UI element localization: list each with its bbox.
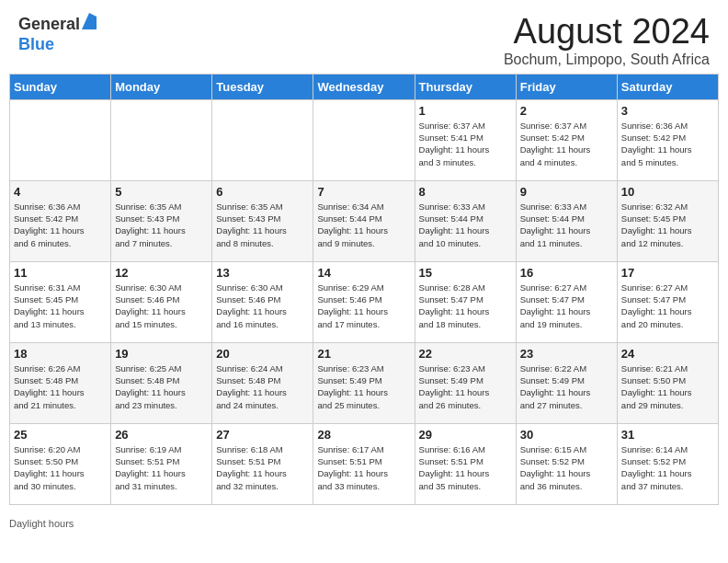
day-cell: 13Sunrise: 6:30 AM Sunset: 5:46 PM Dayli… xyxy=(212,261,313,342)
day-cell: 7Sunrise: 6:34 AM Sunset: 5:44 PM Daylig… xyxy=(313,180,415,261)
day-number: 8 xyxy=(419,185,512,199)
day-info: Sunrise: 6:20 AM Sunset: 5:50 PM Dayligh… xyxy=(14,443,107,492)
week-row-3: 11Sunrise: 6:31 AM Sunset: 5:45 PM Dayli… xyxy=(10,261,719,342)
calendar-header: SundayMondayTuesdayWednesdayThursdayFrid… xyxy=(10,74,719,99)
day-cell: 27Sunrise: 6:18 AM Sunset: 5:51 PM Dayli… xyxy=(212,423,313,504)
day-cell: 29Sunrise: 6:16 AM Sunset: 5:51 PM Dayli… xyxy=(415,423,516,504)
day-info: Sunrise: 6:36 AM Sunset: 5:42 PM Dayligh… xyxy=(14,201,107,249)
day-number: 26 xyxy=(115,428,208,442)
day-info: Sunrise: 6:14 AM Sunset: 5:52 PM Dayligh… xyxy=(621,443,714,492)
day-number: 7 xyxy=(317,185,410,199)
day-info: Sunrise: 6:15 AM Sunset: 5:52 PM Dayligh… xyxy=(520,443,613,492)
header-cell-wednesday: Wednesday xyxy=(313,74,415,99)
day-cell: 4Sunrise: 6:36 AM Sunset: 5:42 PM Daylig… xyxy=(10,180,111,261)
day-info: Sunrise: 6:18 AM Sunset: 5:51 PM Dayligh… xyxy=(216,443,309,492)
day-cell: 9Sunrise: 6:33 AM Sunset: 5:44 PM Daylig… xyxy=(516,180,617,261)
day-number: 9 xyxy=(520,185,613,199)
day-cell: 24Sunrise: 6:21 AM Sunset: 5:50 PM Dayli… xyxy=(617,342,718,423)
day-number: 5 xyxy=(115,185,208,199)
week-row-4: 18Sunrise: 6:26 AM Sunset: 5:48 PM Dayli… xyxy=(10,342,719,423)
day-info: Sunrise: 6:31 AM Sunset: 5:45 PM Dayligh… xyxy=(14,282,107,330)
header-row: SundayMondayTuesdayWednesdayThursdayFrid… xyxy=(10,74,719,99)
day-info: Sunrise: 6:23 AM Sunset: 5:49 PM Dayligh… xyxy=(317,362,410,411)
day-cell: 8Sunrise: 6:33 AM Sunset: 5:44 PM Daylig… xyxy=(415,180,516,261)
header-cell-monday: Monday xyxy=(111,74,212,99)
day-info: Sunrise: 6:21 AM Sunset: 5:50 PM Dayligh… xyxy=(621,362,714,411)
day-cell: 23Sunrise: 6:22 AM Sunset: 5:49 PM Dayli… xyxy=(516,342,617,423)
day-cell: 22Sunrise: 6:23 AM Sunset: 5:49 PM Dayli… xyxy=(415,342,516,423)
day-number: 27 xyxy=(216,428,309,442)
logo-general-text: General xyxy=(18,15,80,34)
header-cell-thursday: Thursday xyxy=(415,74,516,99)
header-cell-saturday: Saturday xyxy=(617,74,718,99)
calendar-location: Bochum, Limpopo, South Africa xyxy=(504,52,710,68)
day-cell: 21Sunrise: 6:23 AM Sunset: 5:49 PM Dayli… xyxy=(313,342,415,423)
day-number: 12 xyxy=(115,266,208,280)
day-number: 17 xyxy=(621,266,714,280)
day-cell: 26Sunrise: 6:19 AM Sunset: 5:51 PM Dayli… xyxy=(111,423,212,504)
footer: Daylight hours xyxy=(0,514,728,534)
day-number: 13 xyxy=(216,266,309,280)
day-number: 3 xyxy=(621,104,714,118)
day-info: Sunrise: 6:30 AM Sunset: 5:46 PM Dayligh… xyxy=(216,282,309,330)
day-info: Sunrise: 6:25 AM Sunset: 5:48 PM Dayligh… xyxy=(115,362,208,411)
day-number: 10 xyxy=(621,185,714,199)
page-header: General Blue August 2024 Bochum, Limpopo… xyxy=(0,0,728,74)
day-cell xyxy=(212,99,313,180)
day-info: Sunrise: 6:28 AM Sunset: 5:47 PM Dayligh… xyxy=(419,282,512,330)
day-cell: 17Sunrise: 6:27 AM Sunset: 5:47 PM Dayli… xyxy=(617,261,718,342)
day-number: 24 xyxy=(621,347,714,361)
day-info: Sunrise: 6:19 AM Sunset: 5:51 PM Dayligh… xyxy=(115,443,208,492)
day-cell: 1Sunrise: 6:37 AM Sunset: 5:41 PM Daylig… xyxy=(415,99,516,180)
day-info: Sunrise: 6:36 AM Sunset: 5:42 PM Dayligh… xyxy=(621,120,714,168)
day-cell xyxy=(313,99,415,180)
day-cell: 31Sunrise: 6:14 AM Sunset: 5:52 PM Dayli… xyxy=(617,423,718,504)
day-number: 11 xyxy=(14,266,107,280)
day-cell: 10Sunrise: 6:32 AM Sunset: 5:45 PM Dayli… xyxy=(617,180,718,261)
day-number: 29 xyxy=(419,428,512,442)
day-cell: 28Sunrise: 6:17 AM Sunset: 5:51 PM Dayli… xyxy=(313,423,415,504)
title-block: August 2024 Bochum, Limpopo, South Afric… xyxy=(504,13,710,68)
header-cell-friday: Friday xyxy=(516,74,617,99)
day-number: 6 xyxy=(216,185,309,199)
day-info: Sunrise: 6:33 AM Sunset: 5:44 PM Dayligh… xyxy=(419,201,512,249)
day-number: 4 xyxy=(14,185,107,199)
calendar-wrapper: SundayMondayTuesdayWednesdayThursdayFrid… xyxy=(0,74,728,514)
day-cell xyxy=(10,99,111,180)
day-info: Sunrise: 6:17 AM Sunset: 5:51 PM Dayligh… xyxy=(317,443,410,492)
day-cell: 2Sunrise: 6:37 AM Sunset: 5:42 PM Daylig… xyxy=(516,99,617,180)
day-cell: 25Sunrise: 6:20 AM Sunset: 5:50 PM Dayli… xyxy=(10,423,111,504)
day-cell: 3Sunrise: 6:36 AM Sunset: 5:42 PM Daylig… xyxy=(617,99,718,180)
day-number: 31 xyxy=(621,428,714,442)
logo-arrow-icon xyxy=(82,13,97,33)
day-info: Sunrise: 6:33 AM Sunset: 5:44 PM Dayligh… xyxy=(520,201,613,249)
logo-blue-text: Blue xyxy=(18,35,54,54)
day-info: Sunrise: 6:29 AM Sunset: 5:46 PM Dayligh… xyxy=(317,282,410,330)
day-number: 20 xyxy=(216,347,309,361)
day-cell: 5Sunrise: 6:35 AM Sunset: 5:43 PM Daylig… xyxy=(111,180,212,261)
calendar-body: 1Sunrise: 6:37 AM Sunset: 5:41 PM Daylig… xyxy=(10,99,719,504)
svg-marker-0 xyxy=(82,13,97,29)
day-number: 22 xyxy=(419,347,512,361)
day-info: Sunrise: 6:32 AM Sunset: 5:45 PM Dayligh… xyxy=(621,201,714,249)
day-info: Sunrise: 6:35 AM Sunset: 5:43 PM Dayligh… xyxy=(216,201,309,249)
day-info: Sunrise: 6:37 AM Sunset: 5:41 PM Dayligh… xyxy=(419,120,512,168)
day-cell: 6Sunrise: 6:35 AM Sunset: 5:43 PM Daylig… xyxy=(212,180,313,261)
week-row-5: 25Sunrise: 6:20 AM Sunset: 5:50 PM Dayli… xyxy=(10,423,719,504)
daylight-label: Daylight hours xyxy=(9,518,74,529)
day-info: Sunrise: 6:24 AM Sunset: 5:48 PM Dayligh… xyxy=(216,362,309,411)
calendar-title: August 2024 xyxy=(504,13,710,52)
week-row-2: 4Sunrise: 6:36 AM Sunset: 5:42 PM Daylig… xyxy=(10,180,719,261)
day-cell: 14Sunrise: 6:29 AM Sunset: 5:46 PM Dayli… xyxy=(313,261,415,342)
day-info: Sunrise: 6:35 AM Sunset: 5:43 PM Dayligh… xyxy=(115,201,208,249)
day-info: Sunrise: 6:16 AM Sunset: 5:51 PM Dayligh… xyxy=(419,443,512,492)
day-cell: 19Sunrise: 6:25 AM Sunset: 5:48 PM Dayli… xyxy=(111,342,212,423)
day-number: 25 xyxy=(14,428,107,442)
day-info: Sunrise: 6:26 AM Sunset: 5:48 PM Dayligh… xyxy=(14,362,107,411)
day-cell: 12Sunrise: 6:30 AM Sunset: 5:46 PM Dayli… xyxy=(111,261,212,342)
day-info: Sunrise: 6:27 AM Sunset: 5:47 PM Dayligh… xyxy=(621,282,714,330)
day-number: 14 xyxy=(317,266,410,280)
day-info: Sunrise: 6:34 AM Sunset: 5:44 PM Dayligh… xyxy=(317,201,410,249)
day-cell: 16Sunrise: 6:27 AM Sunset: 5:47 PM Dayli… xyxy=(516,261,617,342)
day-info: Sunrise: 6:22 AM Sunset: 5:49 PM Dayligh… xyxy=(520,362,613,411)
